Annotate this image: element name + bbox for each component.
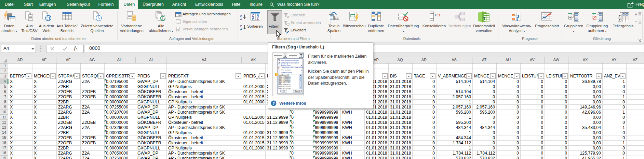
svg-text:Z: Z [257, 16, 259, 20]
svg-text:A: A [240, 28, 242, 31]
svg-text:Z: Z [240, 25, 242, 28]
svg-text:A: A [240, 14, 242, 17]
svg-text:?: ? [272, 101, 275, 105]
svg-text:Z: Z [240, 17, 242, 20]
svg-text:A: A [252, 16, 255, 20]
svg-text:?: ? [515, 13, 520, 22]
